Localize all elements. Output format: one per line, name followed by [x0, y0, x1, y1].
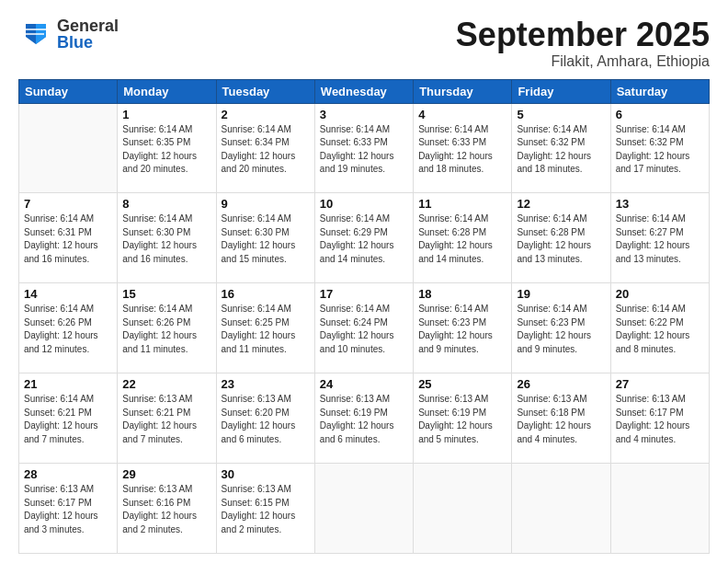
calendar-cell: 12Sunrise: 6:14 AMSunset: 6:28 PMDayligh… — [512, 193, 610, 283]
day-info: Sunrise: 6:14 AMSunset: 6:22 PMDaylight:… — [616, 303, 704, 356]
logo-blue: Blue — [57, 34, 119, 51]
calendar-cell: 4Sunrise: 6:14 AMSunset: 6:33 PMDaylight… — [414, 103, 512, 193]
calendar-cell: 27Sunrise: 6:13 AMSunset: 6:17 PMDayligh… — [610, 373, 709, 464]
calendar-cell: 24Sunrise: 6:13 AMSunset: 6:19 PMDayligh… — [314, 373, 413, 464]
day-info: Sunrise: 6:14 AMSunset: 6:25 PMDaylight:… — [222, 303, 310, 356]
day-number: 13 — [616, 197, 704, 211]
day-info: Sunrise: 6:14 AMSunset: 6:24 PMDaylight:… — [320, 303, 408, 356]
day-info: Sunrise: 6:14 AMSunset: 6:33 PMDaylight:… — [320, 123, 408, 177]
logo-general: General — [57, 17, 119, 34]
day-number: 28 — [24, 467, 112, 481]
day-info: Sunrise: 6:14 AMSunset: 6:23 PMDaylight:… — [418, 303, 506, 356]
day-info: Sunrise: 6:14 AMSunset: 6:28 PMDaylight:… — [517, 213, 605, 266]
calendar-cell: 30Sunrise: 6:13 AMSunset: 6:15 PMDayligh… — [216, 464, 314, 554]
calendar-cell — [512, 464, 610, 554]
calendar-cell: 11Sunrise: 6:14 AMSunset: 6:28 PMDayligh… — [414, 193, 512, 283]
header-saturday: Saturday — [610, 79, 709, 103]
day-number: 22 — [122, 377, 210, 391]
header-friday: Friday — [512, 79, 610, 103]
day-number: 1 — [122, 108, 210, 121]
calendar-cell: 13Sunrise: 6:14 AMSunset: 6:27 PMDayligh… — [610, 193, 709, 283]
day-info: Sunrise: 6:14 AMSunset: 6:28 PMDaylight:… — [418, 213, 506, 266]
calendar-cell: 2Sunrise: 6:14 AMSunset: 6:34 PMDaylight… — [216, 103, 314, 193]
day-number: 3 — [320, 108, 408, 121]
day-info: Sunrise: 6:14 AMSunset: 6:21 PMDaylight:… — [24, 393, 112, 446]
calendar-cell — [414, 464, 512, 554]
calendar-cell — [19, 103, 118, 193]
day-number: 6 — [616, 108, 704, 121]
calendar-cell: 17Sunrise: 6:14 AMSunset: 6:24 PMDayligh… — [314, 283, 413, 373]
day-info: Sunrise: 6:13 AMSunset: 6:17 PMDaylight:… — [24, 483, 112, 536]
calendar-week-2: 7Sunrise: 6:14 AMSunset: 6:31 PMDaylight… — [19, 193, 710, 283]
day-info: Sunrise: 6:13 AMSunset: 6:15 PMDaylight:… — [222, 483, 310, 536]
calendar-cell: 28Sunrise: 6:13 AMSunset: 6:17 PMDayligh… — [19, 464, 118, 554]
calendar-cell: 3Sunrise: 6:14 AMSunset: 6:33 PMDaylight… — [314, 103, 413, 193]
day-info: Sunrise: 6:13 AMSunset: 6:19 PMDaylight:… — [320, 393, 408, 446]
day-info: Sunrise: 6:13 AMSunset: 6:18 PMDaylight:… — [517, 393, 605, 446]
calendar-cell: 7Sunrise: 6:14 AMSunset: 6:31 PMDaylight… — [19, 193, 118, 283]
calendar-cell: 25Sunrise: 6:13 AMSunset: 6:19 PMDayligh… — [414, 373, 512, 464]
day-info: Sunrise: 6:13 AMSunset: 6:17 PMDaylight:… — [616, 393, 704, 446]
day-number: 27 — [616, 377, 704, 391]
calendar-cell: 22Sunrise: 6:13 AMSunset: 6:21 PMDayligh… — [118, 373, 216, 464]
calendar-week-4: 21Sunrise: 6:14 AMSunset: 6:21 PMDayligh… — [19, 373, 710, 464]
day-info: Sunrise: 6:14 AMSunset: 6:33 PMDaylight:… — [418, 123, 506, 177]
calendar-cell — [314, 464, 413, 554]
calendar-cell: 23Sunrise: 6:13 AMSunset: 6:20 PMDayligh… — [216, 373, 314, 464]
day-info: Sunrise: 6:14 AMSunset: 6:30 PMDaylight:… — [122, 213, 210, 266]
day-info: Sunrise: 6:14 AMSunset: 6:23 PMDaylight:… — [517, 303, 605, 356]
day-number: 23 — [222, 377, 310, 391]
calendar-cell: 6Sunrise: 6:14 AMSunset: 6:32 PMDaylight… — [610, 103, 709, 193]
page: General Blue September 2025 Filakit, Amh… — [0, 0, 728, 563]
day-info: Sunrise: 6:14 AMSunset: 6:27 PMDaylight:… — [616, 213, 704, 266]
day-number: 12 — [517, 197, 605, 211]
day-number: 19 — [517, 287, 605, 301]
day-info: Sunrise: 6:13 AMSunset: 6:20 PMDaylight:… — [222, 393, 310, 446]
header: General Blue September 2025 Filakit, Amh… — [18, 17, 710, 70]
calendar-cell: 15Sunrise: 6:14 AMSunset: 6:26 PMDayligh… — [118, 283, 216, 373]
calendar-cell: 29Sunrise: 6:13 AMSunset: 6:16 PMDayligh… — [118, 464, 216, 554]
day-number: 30 — [222, 467, 310, 481]
day-info: Sunrise: 6:14 AMSunset: 6:26 PMDaylight:… — [24, 303, 112, 356]
calendar-cell: 16Sunrise: 6:14 AMSunset: 6:25 PMDayligh… — [216, 283, 314, 373]
location-subtitle: Filakit, Amhara, Ethiopia — [456, 53, 710, 70]
day-number: 20 — [616, 287, 704, 301]
calendar-cell: 18Sunrise: 6:14 AMSunset: 6:23 PMDayligh… — [414, 283, 512, 373]
logo-text: General Blue — [57, 17, 119, 51]
day-info: Sunrise: 6:14 AMSunset: 6:29 PMDaylight:… — [320, 213, 408, 266]
calendar-cell: 8Sunrise: 6:14 AMSunset: 6:30 PMDaylight… — [118, 193, 216, 283]
logo-icon — [18, 17, 53, 52]
weekday-header-row: Sunday Monday Tuesday Wednesday Thursday… — [19, 79, 710, 103]
day-number: 15 — [122, 287, 210, 301]
day-info: Sunrise: 6:14 AMSunset: 6:30 PMDaylight:… — [222, 213, 310, 266]
day-info: Sunrise: 6:14 AMSunset: 6:32 PMDaylight:… — [616, 123, 704, 177]
calendar-week-1: 1Sunrise: 6:14 AMSunset: 6:35 PMDaylight… — [19, 103, 710, 193]
calendar-cell: 21Sunrise: 6:14 AMSunset: 6:21 PMDayligh… — [19, 373, 118, 464]
day-number: 25 — [418, 377, 506, 391]
header-thursday: Thursday — [414, 79, 512, 103]
day-number: 7 — [24, 197, 112, 211]
day-number: 29 — [122, 467, 210, 481]
day-number: 21 — [24, 377, 112, 391]
header-wednesday: Wednesday — [314, 79, 413, 103]
day-number: 24 — [320, 377, 408, 391]
calendar-cell: 9Sunrise: 6:14 AMSunset: 6:30 PMDaylight… — [216, 193, 314, 283]
day-number: 9 — [222, 197, 310, 211]
day-number: 17 — [320, 287, 408, 301]
day-info: Sunrise: 6:14 AMSunset: 6:35 PMDaylight:… — [122, 123, 210, 177]
day-number: 2 — [222, 108, 310, 121]
day-number: 8 — [122, 197, 210, 211]
calendar-table: Sunday Monday Tuesday Wednesday Thursday… — [18, 79, 710, 554]
day-number: 10 — [320, 197, 408, 211]
day-number: 26 — [517, 377, 605, 391]
logo: General Blue — [18, 17, 119, 52]
calendar-cell: 10Sunrise: 6:14 AMSunset: 6:29 PMDayligh… — [314, 193, 413, 283]
day-info: Sunrise: 6:14 AMSunset: 6:31 PMDaylight:… — [24, 213, 112, 266]
calendar-cell — [610, 464, 709, 554]
calendar-cell: 1Sunrise: 6:14 AMSunset: 6:35 PMDaylight… — [118, 103, 216, 193]
day-info: Sunrise: 6:14 AMSunset: 6:34 PMDaylight:… — [222, 123, 310, 177]
calendar-cell: 19Sunrise: 6:14 AMSunset: 6:23 PMDayligh… — [512, 283, 610, 373]
month-title: September 2025 — [456, 17, 710, 53]
title-block: September 2025 Filakit, Amhara, Ethiopia — [456, 17, 710, 70]
day-number: 14 — [24, 287, 112, 301]
